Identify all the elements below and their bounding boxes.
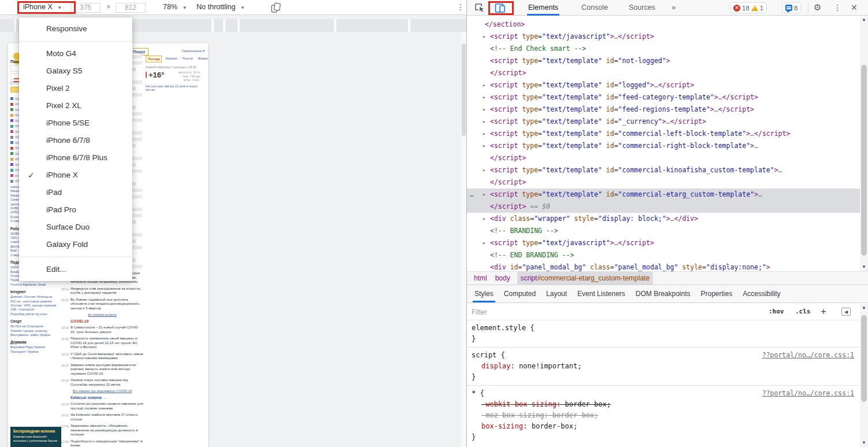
zoom-select[interactable]: 78% ▼ [163, 0, 187, 15]
styles-filter-input[interactable] [472, 306, 755, 318]
computed-panel-toggle-icon[interactable]: ◀ [841, 308, 851, 316]
menu-item-iphone-5-se[interactable]: iPhone 5/SE [19, 114, 132, 132]
breadcrumb-item[interactable]: script#commercial-etarg_custom-template [517, 272, 653, 285]
page-nav-tab[interactable]: Погода [146, 56, 162, 62]
css-property[interactable]: -moz-box-sizing: border-box; [472, 410, 855, 421]
dom-tree-node[interactable]: ▸<div class="wrapper" style="display: bl… [467, 213, 860, 225]
dom-tree-node[interactable]: <div id="panel_modal_bg" class="panel_mo… [467, 261, 860, 271]
breadcrumb-item[interactable]: body [495, 272, 510, 285]
breadcrumb-item[interactable]: html [474, 272, 487, 285]
menu-item-galaxy-s5[interactable]: Galaxy S5 [19, 62, 132, 80]
stylesheet-link[interactable]: ??portal/no…/core.css:1 [762, 350, 854, 361]
tab-computed[interactable]: Computed [499, 285, 541, 302]
scroll-up-icon[interactable]: ▲ [860, 16, 868, 24]
dom-tree-node[interactable]: <!-- END BRANDING --> [467, 249, 860, 261]
rotate-viewport-icon[interactable] [270, 2, 281, 14]
page-link[interactable]: Домени і Хостинг Hosting.ua [10, 295, 59, 299]
scrollbar-thumb[interactable] [861, 65, 867, 256]
dom-tree-node[interactable]: </script> [467, 176, 860, 189]
menu-item-moto-g4[interactable]: Moto G4 [19, 45, 132, 62]
inspect-element-icon[interactable] [474, 3, 485, 15]
menu-item-ipad[interactable]: iPad [19, 184, 132, 201]
mail-checkbox[interactable] [10, 82, 13, 84]
news-item[interactable]: 17:46Подробности о скандальном "священни… [61, 439, 143, 447]
news-item[interactable]: 18:12Медведчук став рекордсменом за кіль… [61, 287, 143, 295]
page-scrollbar[interactable] [461, 32, 466, 447]
page-link[interactable]: СМІ - InternetUA [10, 308, 59, 312]
news-more-link[interactable]: Всі новини про коронавірус COVID-19 [61, 389, 143, 393]
more-tabs-button[interactable]: » [670, 0, 677, 16]
dom-tree-node[interactable]: ▸<script type="text/template" id="commer… [467, 164, 860, 176]
tab-elements[interactable]: Elements [527, 0, 559, 16]
toggle-class-button[interactable]: .cls [795, 304, 811, 320]
page-nav-tab[interactable]: Пошта [181, 56, 195, 62]
tab-event-listeners[interactable]: Event Listeners [572, 285, 630, 302]
news-item[interactable]: 18:14Столичні ритуальники провели навчан… [61, 402, 143, 411]
toggle-device-toolbar-icon[interactable] [495, 3, 506, 16]
page-link[interactable]: Президент України [10, 350, 59, 354]
viewport-height-input[interactable]: 812 [116, 3, 146, 13]
page-link[interactable]: Футбол на Спортарені [10, 324, 59, 328]
page-link[interactable]: Верховна Рада України [10, 345, 59, 349]
news-section-title[interactable]: Київські новини → [71, 396, 143, 400]
devtools-menu-icon[interactable]: ⋮ [833, 0, 841, 15]
css-property[interactable]: box-sizing: border-box; [472, 421, 855, 432]
css-property[interactable]: -webkit-box-sizing: border-box; [472, 399, 855, 410]
menu-item-pixel-2[interactable]: Pixel 2 [19, 80, 132, 97]
page-nav-tab[interactable]: Новини [164, 56, 179, 62]
css-selector[interactable]: element.style { [472, 323, 855, 334]
settings-gear-icon[interactable]: ⚙ [814, 0, 821, 15]
dom-tree-node[interactable]: </script> [467, 67, 860, 79]
page-nav-tab[interactable]: Фінанси [196, 56, 208, 62]
ad-block[interactable]: Беспроводная колонка Компактная bluetoot… [10, 427, 61, 447]
page-link[interactable]: Розробка сайтів під ключ [10, 312, 59, 316]
news-more-link[interactable]: всі новини розділу [61, 313, 143, 316]
news-item[interactable]: 18:11На Київщині знайшли мертвим 17-річн… [61, 413, 143, 422]
menu-item-responsive[interactable]: Responsive [19, 20, 132, 38]
styles-scrollbar[interactable]: ▲ ▼ [860, 304, 868, 447]
tab-styles[interactable]: Styles [469, 285, 499, 302]
news-item[interactable]: 18:24Завдяки новим дослідам фармацевтичн… [61, 363, 143, 376]
page-link[interactable]: Хокейні турніри, розклад [10, 329, 59, 333]
page-language-switch[interactable]: Українською ▾ [182, 49, 205, 53]
menu-item-galaxy-fold[interactable]: Galaxy Fold [19, 236, 132, 253]
new-style-rule-button[interactable]: + [821, 304, 826, 320]
dom-tree-node[interactable]: …▸<script type="text/template" id="comme… [467, 189, 860, 201]
news-item[interactable]: 18:18Україна очікує поставку вакцини від… [61, 378, 143, 387]
elements-scrollbar[interactable]: ▲ ▼ [860, 16, 868, 271]
scroll-down-icon[interactable]: ▼ [860, 439, 868, 447]
device-select[interactable]: iPhone X ▼ [23, 0, 62, 15]
tab-sources[interactable]: Sources [628, 0, 656, 16]
close-devtools-icon[interactable]: ✕ [851, 0, 858, 15]
menu-item-iphone-x[interactable]: ✓iPhone X [19, 167, 132, 184]
dom-tree-node[interactable]: ▸<script type="text/template" id="feed-c… [467, 91, 860, 104]
device-toolbar-menu-icon[interactable]: ⋮ [457, 0, 465, 14]
toggle-hover-state-button[interactable]: :hov [769, 304, 784, 320]
tab-accessibility[interactable]: Accessibility [737, 285, 785, 302]
dom-tree-node[interactable]: <script type="text/template" id="not-log… [467, 55, 860, 67]
weather-location[interactable]: Нижній Новгород • сьогодні о 18:00 [146, 65, 200, 69]
menu-item-edit-[interactable]: Edit... [19, 261, 132, 278]
viewport-width-input[interactable]: 375 [71, 3, 101, 13]
news-item[interactable]: 18:36Разрешить применение своей вакцины … [61, 337, 143, 350]
weather-links[interactable]: На сьогодні завтра 10 днів в інших міста… [146, 84, 200, 91]
dom-tree-node[interactable]: ▸<script type="text/template" id="commer… [467, 140, 860, 152]
news-item[interactable]: 17:53Задержаны аферисты, обещавшие назна… [61, 424, 143, 437]
dom-tree-node[interactable]: ▸<script type="text/template" id="commer… [467, 128, 860, 140]
dom-tree-node[interactable]: ▸<script type="text/javascript">…</scrip… [467, 31, 860, 43]
tab-layout[interactable]: Layout [541, 285, 572, 302]
tab-dom-breakpoints[interactable]: DOM Breakpoints [630, 285, 696, 302]
page-link[interactable]: Хостинг: VPS, оренда серверів [10, 304, 59, 308]
scroll-up-icon[interactable]: ▲ [860, 304, 868, 312]
console-issues-badge[interactable]: ✕ 18 1 [730, 2, 767, 13]
css-property[interactable]: display: none!important; [472, 361, 855, 372]
news-section-title[interactable]: COVID-19 [71, 319, 143, 323]
dom-tree-node[interactable]: </script> [467, 152, 860, 164]
dom-tree-node[interactable]: ▸<script type="text/javascript">…</scrip… [467, 237, 860, 249]
dom-tree-node[interactable]: <!-- End Check smart --> [467, 43, 860, 55]
menu-item-iphone-6-7-8-plus[interactable]: iPhone 6/7/8 Plus [19, 149, 132, 167]
news-item[interactable]: 18:03Во Львове годовалый сын депутата об… [61, 298, 143, 311]
page-link[interactable]: Веслування: човни України [10, 333, 59, 337]
dom-tree-node[interactable]: </section> [467, 19, 860, 31]
menu-item-ipad-pro[interactable]: iPad Pro [19, 201, 132, 219]
